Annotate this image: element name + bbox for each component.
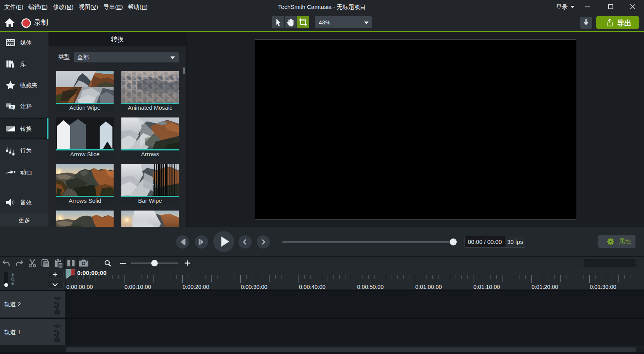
svg-text:a: a (11, 104, 13, 109)
